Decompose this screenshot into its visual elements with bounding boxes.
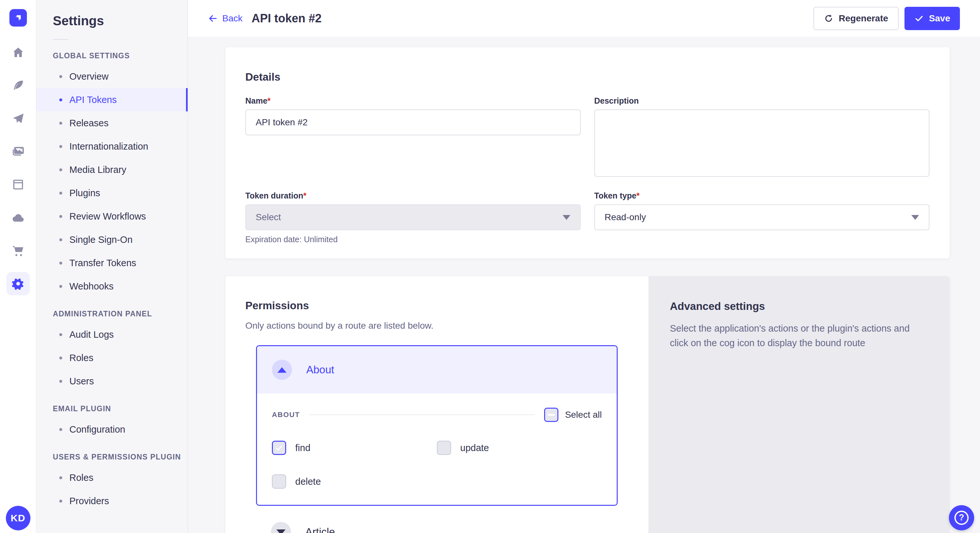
required-asterisk: * bbox=[267, 96, 270, 105]
help-button[interactable]: ? bbox=[949, 505, 974, 530]
indeterminate-dash-icon bbox=[548, 414, 555, 416]
sidebar-item-admin-users[interactable]: Users bbox=[36, 370, 188, 393]
sidebar-item-webhooks[interactable]: Webhooks bbox=[36, 274, 188, 298]
back-label: Back bbox=[222, 13, 242, 24]
sidebar-item-releases[interactable]: Releases bbox=[36, 111, 188, 135]
chevron-up-icon bbox=[277, 367, 286, 373]
sidebar-item-internationalization[interactable]: Internationalization bbox=[36, 135, 188, 158]
section-label: USERS & PERMISSIONS PLUGIN bbox=[53, 453, 188, 462]
token-duration-field-group: Token duration* Select Expiration date: … bbox=[245, 191, 581, 244]
sidebar-item-label: Users bbox=[69, 376, 94, 387]
section-divider bbox=[309, 414, 535, 415]
strapi-logo-glyph bbox=[13, 12, 24, 23]
token-duration-label: Token duration* bbox=[245, 191, 581, 200]
permissions-heading: Permissions bbox=[245, 300, 628, 312]
user-avatar[interactable]: KD bbox=[6, 506, 30, 530]
sidebar-item-label: Transfer Tokens bbox=[69, 258, 136, 268]
bullet-icon bbox=[59, 238, 62, 241]
permissions-subtitle: Only actions bound by a route are listed… bbox=[245, 320, 628, 331]
regenerate-button[interactable]: Regenerate bbox=[813, 7, 899, 30]
content-builder-icon[interactable] bbox=[6, 74, 30, 97]
required-asterisk: * bbox=[303, 191, 307, 200]
sidebar-item-review-workflows[interactable]: Review Workflows bbox=[36, 205, 188, 228]
sidebar-item-label: Overview bbox=[69, 71, 108, 82]
find-checkbox[interactable] bbox=[272, 441, 286, 455]
token-duration-value: Select bbox=[256, 212, 281, 222]
back-link[interactable]: Back bbox=[208, 13, 242, 24]
sidebar-item-media-library[interactable]: Media Library bbox=[36, 158, 188, 181]
sidebar-title: Settings bbox=[53, 14, 188, 28]
details-card: Details Name* Description bbox=[225, 47, 950, 259]
sidebar-item-overview[interactable]: Overview bbox=[36, 65, 188, 88]
bullet-icon bbox=[59, 122, 62, 125]
sidebar-item-email-configuration[interactable]: Configuration bbox=[36, 418, 188, 441]
token-type-select[interactable]: Read-only bbox=[594, 204, 930, 230]
name-input[interactable] bbox=[245, 109, 581, 135]
section-label: ADMINISTRATION PANEL bbox=[53, 309, 188, 318]
sidebar-item-label: Media Library bbox=[69, 165, 126, 175]
details-heading: Details bbox=[245, 71, 929, 83]
article-accordion-header[interactable]: Article bbox=[256, 522, 618, 533]
release-icon[interactable] bbox=[6, 107, 30, 130]
media-library-icon[interactable] bbox=[6, 140, 30, 163]
section-global-settings: GLOBAL SETTINGS Overview API Tokens Rele… bbox=[36, 51, 188, 298]
article-accordion-title: Article bbox=[305, 526, 335, 533]
description-label: Description bbox=[594, 96, 930, 106]
section-administration-panel: ADMINISTRATION PANEL Audit Logs Roles Us… bbox=[36, 309, 188, 393]
about-accordion: About ABOUT Select all bbox=[256, 345, 618, 506]
app-root: KD Settings GLOBAL SETTINGS Overview API… bbox=[0, 0, 980, 533]
bullet-icon bbox=[59, 98, 62, 102]
bullet-icon bbox=[59, 262, 62, 265]
page-title: API token #2 bbox=[251, 12, 321, 25]
sidebar-item-transfer-tokens[interactable]: Transfer Tokens bbox=[36, 251, 188, 274]
check-icon bbox=[914, 14, 924, 23]
sidebar-item-label: Roles bbox=[69, 353, 93, 363]
sidebar-item-label: Releases bbox=[69, 118, 108, 128]
sidebar-item-single-sign-on[interactable]: Single Sign-On bbox=[36, 228, 188, 251]
section-email-plugin: EMAIL PLUGIN Configuration bbox=[36, 405, 188, 441]
content-manager-icon[interactable] bbox=[6, 173, 30, 196]
description-textarea[interactable] bbox=[594, 109, 930, 177]
page-content: Details Name* Description bbox=[188, 36, 980, 533]
rail-icon-list bbox=[6, 41, 30, 295]
sidebar-item-api-tokens[interactable]: API Tokens bbox=[36, 88, 188, 111]
sidebar-item-audit-logs[interactable]: Audit Logs bbox=[36, 323, 188, 346]
bullet-icon bbox=[59, 428, 62, 431]
about-section-label: ABOUT bbox=[272, 411, 300, 419]
strapi-logo[interactable] bbox=[10, 9, 27, 27]
sidebar-item-label: Webhooks bbox=[69, 281, 114, 292]
sidebar-item-label: Configuration bbox=[69, 424, 126, 435]
sidebar-item-up-providers[interactable]: Providers bbox=[36, 489, 188, 512]
sidebar-divider bbox=[53, 39, 68, 40]
section-users-permissions-plugin: USERS & PERMISSIONS PLUGIN Roles Provide… bbox=[36, 453, 188, 512]
main-area: Back API token #2 Regenerate Save Detail… bbox=[188, 0, 980, 533]
save-button[interactable]: Save bbox=[905, 7, 960, 30]
token-duration-select[interactable]: Select bbox=[245, 204, 581, 230]
bullet-icon bbox=[59, 357, 62, 359]
expand-toggle[interactable] bbox=[271, 522, 291, 533]
bullet-icon bbox=[59, 380, 62, 383]
delete-checkbox[interactable] bbox=[272, 474, 286, 489]
cloud-icon[interactable] bbox=[6, 206, 30, 229]
sidebar-item-plugins[interactable]: Plugins bbox=[36, 181, 188, 205]
description-field-group: Description bbox=[594, 96, 930, 177]
back-arrow-icon bbox=[208, 14, 218, 23]
name-field-group: Name* bbox=[245, 96, 581, 135]
sidebar-item-admin-roles[interactable]: Roles bbox=[36, 346, 188, 370]
sidebar-item-up-roles[interactable]: Roles bbox=[36, 466, 188, 489]
bullet-icon bbox=[59, 75, 62, 78]
token-duration-hint: Expiration date: Unlimited bbox=[245, 235, 581, 244]
select-all-checkbox[interactable] bbox=[544, 408, 558, 422]
chevron-down-icon bbox=[563, 215, 570, 220]
about-accordion-header[interactable]: About bbox=[257, 346, 617, 393]
collapse-toggle[interactable] bbox=[272, 360, 292, 380]
bullet-icon bbox=[59, 192, 62, 195]
home-icon[interactable] bbox=[6, 41, 30, 64]
check-icon bbox=[275, 444, 283, 452]
settings-icon[interactable] bbox=[6, 272, 30, 295]
update-checkbox[interactable] bbox=[437, 441, 451, 455]
name-label: Name* bbox=[245, 96, 581, 106]
sidebar-item-label: Single Sign-On bbox=[69, 235, 132, 245]
main-nav-rail: KD bbox=[0, 0, 36, 533]
marketplace-icon[interactable] bbox=[6, 239, 30, 262]
